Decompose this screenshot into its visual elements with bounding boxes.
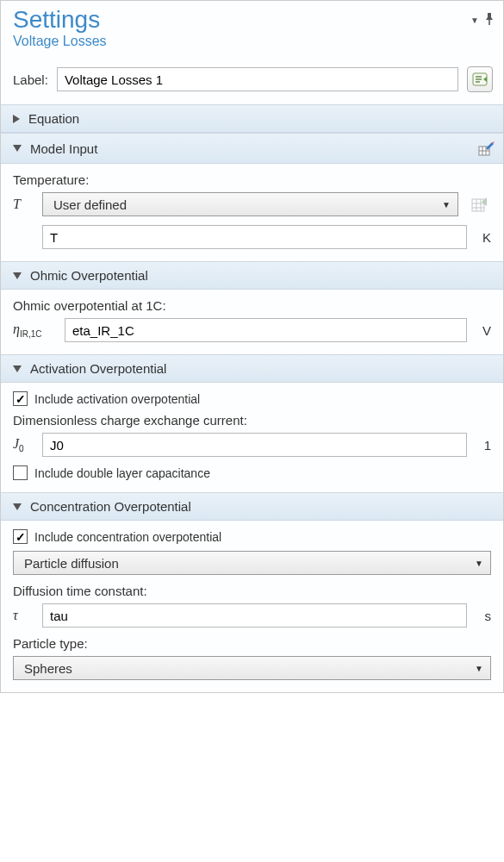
include-concentration-checkbox[interactable] bbox=[13, 529, 28, 544]
collapse-icon bbox=[13, 503, 22, 510]
particle-type-value: Spheres bbox=[24, 661, 72, 676]
pin-icon[interactable] bbox=[484, 13, 495, 28]
section-title-model-input: Model Input bbox=[30, 141, 97, 156]
ohmic-unit: V bbox=[476, 323, 491, 338]
collapse-icon bbox=[13, 272, 22, 279]
include-dbl-layer-label: Include double layer capacitance bbox=[34, 466, 210, 480]
link-model-input-button[interactable] bbox=[467, 192, 491, 216]
panel-header-icons: ▼ bbox=[470, 13, 495, 28]
particle-type-select[interactable]: Spheres ▼ bbox=[13, 656, 491, 680]
section-title-equation: Equation bbox=[28, 111, 79, 126]
dropdown-caret-icon: ▼ bbox=[442, 200, 451, 209]
panel-header: Settings ▼ bbox=[1, 1, 503, 34]
concentration-mode-value: Particle diffusion bbox=[24, 556, 119, 571]
section-header-equation[interactable]: Equation bbox=[1, 104, 503, 133]
section-title-activation: Activation Overpotential bbox=[30, 361, 166, 376]
section-header-activation[interactable]: Activation Overpotential bbox=[1, 354, 503, 383]
label-input[interactable] bbox=[57, 67, 458, 91]
include-dbl-layer-checkbox[interactable] bbox=[13, 465, 28, 480]
tau-unit: s bbox=[476, 609, 491, 623]
j0-symbol: J0 bbox=[13, 436, 34, 453]
svg-rect-5 bbox=[472, 199, 484, 211]
ohmic-input[interactable] bbox=[65, 318, 467, 342]
menu-caret-icon[interactable]: ▼ bbox=[470, 16, 479, 25]
temperature-unit: K bbox=[476, 230, 491, 245]
temperature-label: Temperature: bbox=[13, 172, 491, 187]
section-body-model-input: Temperature: T User defined ▼ K bbox=[1, 164, 503, 261]
section-body-concentration: Include concentration overpotential Part… bbox=[1, 521, 503, 692]
ptype-label: Particle type: bbox=[13, 636, 491, 651]
section-header-model-input[interactable]: Model Input bbox=[1, 133, 503, 164]
section-body-ohmic: Ohmic overpotential at 1C: ηIR,1C V bbox=[1, 290, 503, 354]
edit-model-input-icon[interactable] bbox=[477, 140, 495, 157]
label-row: Label: bbox=[1, 58, 503, 104]
panel-subtitle: Voltage Losses bbox=[1, 34, 503, 58]
include-activation-label: Include activation overpotential bbox=[34, 392, 200, 406]
j0-unit: 1 bbox=[476, 438, 491, 453]
section-title-concentration: Concentration Overpotential bbox=[30, 499, 191, 514]
dimless-label: Dimensionless charge exchange current: bbox=[13, 413, 491, 428]
label-caption: Label: bbox=[13, 72, 48, 87]
section-header-concentration[interactable]: Concentration Overpotential bbox=[1, 492, 503, 521]
go-to-source-button[interactable] bbox=[467, 66, 493, 92]
concentration-mode-select[interactable]: Particle diffusion ▼ bbox=[13, 551, 491, 575]
section-header-ohmic[interactable]: Ohmic Overpotential bbox=[1, 261, 503, 290]
tau-label: Diffusion time constant: bbox=[13, 584, 491, 598]
settings-panel: Settings ▼ Voltage Losses Label: Equatio… bbox=[0, 0, 504, 693]
section-body-activation: Include activation overpotential Dimensi… bbox=[1, 383, 503, 492]
dropdown-caret-icon: ▼ bbox=[475, 664, 483, 673]
include-concentration-label: Include concentration overpotential bbox=[34, 530, 221, 544]
dropdown-caret-icon: ▼ bbox=[475, 559, 483, 568]
tau-input[interactable] bbox=[42, 603, 467, 628]
tau-symbol: τ bbox=[13, 608, 34, 623]
j0-input[interactable] bbox=[42, 433, 467, 457]
collapse-icon bbox=[13, 145, 22, 152]
expand-icon bbox=[13, 115, 20, 123]
include-activation-checkbox[interactable] bbox=[13, 391, 28, 406]
ohmic-symbol: ηIR,1C bbox=[13, 322, 56, 339]
collapse-icon bbox=[13, 365, 22, 372]
temperature-input[interactable] bbox=[42, 225, 467, 249]
section-title-ohmic: Ohmic Overpotential bbox=[30, 268, 148, 283]
temperature-symbol: T bbox=[13, 197, 34, 212]
panel-title: Settings bbox=[13, 6, 100, 34]
temperature-select-value: User defined bbox=[53, 197, 127, 212]
ohmic-field-label: Ohmic overpotential at 1C: bbox=[13, 298, 491, 313]
temperature-select[interactable]: User defined ▼ bbox=[42, 192, 458, 216]
